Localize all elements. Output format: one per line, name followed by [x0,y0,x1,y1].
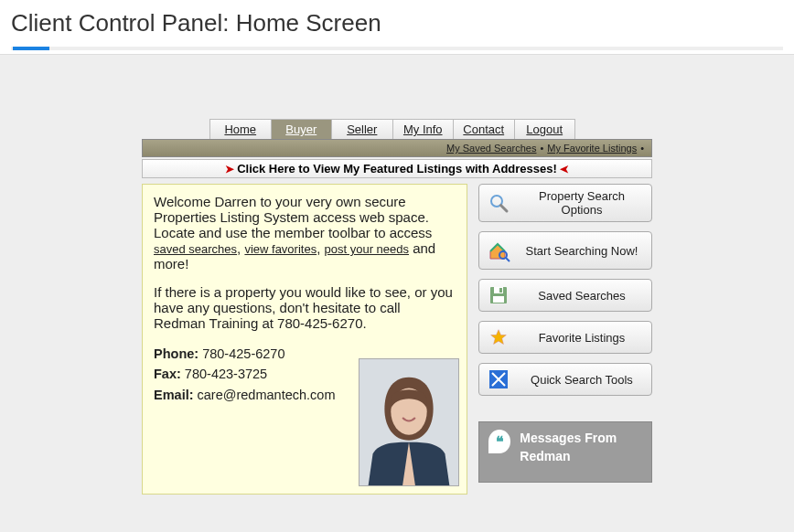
star-icon [487,325,510,349]
phone-label: Phone: [154,346,198,361]
save-icon [487,283,510,307]
messages-title: Messages From Redman [520,430,642,465]
side-column: Property Search Options Start Searching … [478,184,652,495]
tab-bar: Home Buyer Seller My Info Contact Logout [209,119,575,139]
separator-dot: • [540,143,543,154]
link-post-needs[interactable]: post your needs [325,242,410,256]
progress-fill [13,47,49,50]
welcome-text-1: Welcome Darren to your very own secure P… [154,194,432,240]
svg-rect-9 [493,296,504,303]
messages-box: ❝ Messages From Redman [478,421,652,483]
btn-favorite-listings[interactable]: Favorite Listings [478,321,652,354]
email-value: care@redmantech.com [194,388,336,402]
tab-home[interactable]: Home [210,120,271,139]
page-header: Client Control Panel: Home Screen [0,0,794,55]
tools-icon [487,367,510,391]
sub-bar: My Saved Searches • My Favorite Listings… [142,139,652,157]
magnifier-icon [487,191,510,215]
arrow-left-icon: ➤ [560,163,569,176]
subbar-favorite-listings[interactable]: My Favorite Listings [547,143,637,154]
btn-start-searching[interactable]: Start Searching Now! [478,231,652,270]
email-label: Email: [154,388,194,402]
link-view-favorites[interactable]: view favorites [244,242,317,256]
btn-saved-searches[interactable]: Saved Searches [478,279,652,312]
welcome-text-2: If there is a property you would like to… [154,284,456,331]
link-saved-searches[interactable]: saved searches [154,242,237,256]
btn-label: Favorite Listings [520,331,644,345]
house-search-icon [487,239,510,262]
btn-property-search-options[interactable]: Property Search Options [478,184,652,222]
btn-label: Start Searching Now! [520,244,644,258]
subbar-saved-searches[interactable]: My Saved Searches [446,143,536,154]
btn-quick-search-tools[interactable]: Quick Search Tools [478,363,652,396]
tab-myinfo[interactable]: My Info [392,120,454,139]
fax-label: Fax: [154,367,181,381]
quote-icon: ❝ [488,430,510,453]
page-title: Client Control Panel: Home Screen [11,9,783,37]
svg-line-5 [506,258,510,261]
tab-buyer[interactable]: Buyer [271,120,332,139]
svg-line-3 [501,206,508,212]
progress-bar [11,47,783,50]
separator-dot: • [640,143,644,154]
svg-rect-8 [499,288,502,293]
tab-logout[interactable]: Logout [514,120,575,139]
tab-seller[interactable]: Seller [331,120,392,139]
tab-contact[interactable]: Contact [453,120,514,139]
btn-label: Saved Searches [520,289,644,303]
arrow-right-icon: ➤ [225,163,234,176]
agent-photo [359,358,459,486]
phone-value: 780-425-6270 [198,346,284,361]
btn-label: Quick Search Tools [520,373,644,387]
featured-text: Click Here to View My Featured Listings … [237,162,557,176]
welcome-box: Welcome Darren to your very own secure P… [142,184,467,495]
fax-value: 780-423-3725 [181,367,267,381]
btn-label: Property Search Options [520,189,644,217]
featured-listings-bar[interactable]: ➤ Click Here to View My Featured Listing… [142,159,652,178]
